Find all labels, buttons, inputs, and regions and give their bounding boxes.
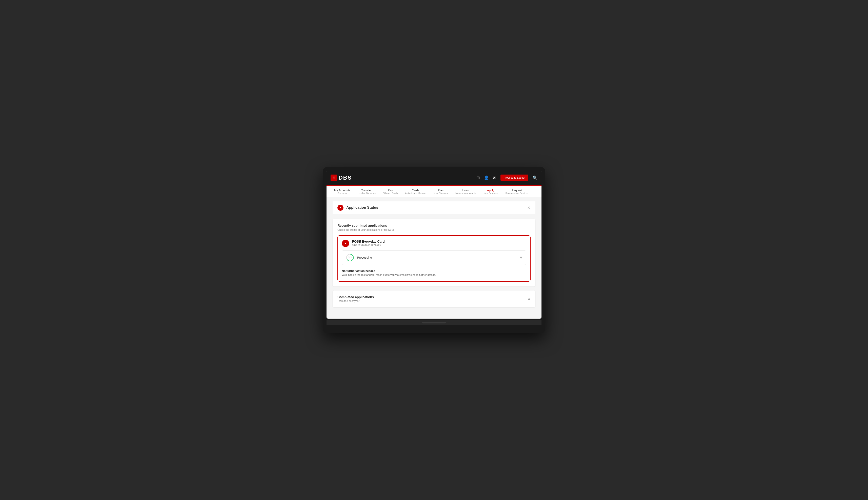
logo-icon: ✕ (331, 174, 337, 181)
progress-circle: 2/3 (346, 253, 354, 262)
nav-item-cards[interactable]: Cards Activate and Manage (401, 186, 430, 197)
nav-item-pay[interactable]: Pay Bills and Cards (379, 186, 401, 197)
nav-item-my-accounts[interactable]: My Accounts Summary (331, 186, 354, 197)
header-right: ⊞ 👤 ✉ Proceed to Logout 🔍 (477, 174, 537, 181)
app-icon: ✕ (342, 240, 349, 247)
chevron-up-icon[interactable]: ∧ (527, 296, 530, 301)
laptop-notch (422, 322, 446, 323)
completed-title: Completed applications (338, 295, 374, 299)
app-ref: MB12331829133979813 (352, 244, 385, 247)
logo: ✕ DBS (331, 174, 352, 181)
completed-section: Completed applications From the past yea… (333, 291, 535, 307)
recently-submitted-subtitle: Check the status of your applications or… (338, 228, 530, 231)
app-info: POSB Everyday Card MB12331829133979813 (352, 240, 385, 247)
nav-item-transfer[interactable]: Transfer Local or Overseas (354, 186, 379, 197)
logo-text: DBS (339, 174, 352, 181)
nav-item-request[interactable]: Request Statements or Services (502, 186, 532, 197)
chevron-down-icon[interactable]: ∨ (520, 255, 522, 260)
app-header-row: ✕ POSB Everyday Card MB12331829133979813 (342, 240, 526, 247)
completed-title-group: Completed applications From the past yea… (338, 295, 374, 303)
page-title: Application Status (346, 205, 378, 210)
recently-submitted-title: Recently submitted applications (338, 224, 530, 227)
status-left: 2/3 Processing (346, 253, 372, 262)
close-button[interactable]: ✕ (527, 205, 530, 210)
no-action-title: No further action needed (342, 269, 526, 273)
logout-button[interactable]: Proceed to Logout (501, 174, 528, 181)
no-action-desc: We'll handle the rest and will reach out… (342, 273, 526, 276)
page-header: ✕ Application Status ✕ (333, 202, 535, 214)
nav-bar: My Accounts Summary Transfer Local or Ov… (327, 186, 541, 197)
network-icon[interactable]: ⊞ (477, 175, 480, 180)
completed-header: Completed applications From the past yea… (338, 295, 530, 303)
search-icon[interactable]: 🔍 (533, 175, 537, 180)
completed-subtitle: From the past year (338, 299, 374, 303)
nav-item-plan[interactable]: Plan Your Finances (430, 186, 452, 197)
recently-submitted-section: Recently submitted applications Check th… (333, 219, 535, 286)
mail-icon[interactable]: ✉ (493, 175, 496, 180)
page-header-left: ✕ Application Status (338, 205, 378, 211)
user-icon[interactable]: 👤 (484, 175, 489, 180)
app-name: POSB Everyday Card (352, 240, 385, 243)
page-header-icon: ✕ (338, 205, 343, 211)
status-bar[interactable]: 2/3 Processing ∨ (342, 250, 526, 265)
main-content: ✕ Application Status ✕ Recently submitte… (327, 197, 541, 319)
nav-item-invest[interactable]: Invest Manage your Wealth (452, 186, 479, 197)
no-action-message: No further action needed We'll handle th… (342, 269, 526, 277)
progress-text: 2/3 (348, 256, 352, 259)
app-header: ✕ DBS ⊞ 👤 ✉ Proceed to Logout 🔍 (327, 171, 541, 185)
status-label: Processing (357, 256, 372, 259)
nav-item-apply[interactable]: Apply New Products (479, 186, 502, 197)
application-item: ✕ POSB Everyday Card MB12331829133979813 (338, 235, 530, 282)
